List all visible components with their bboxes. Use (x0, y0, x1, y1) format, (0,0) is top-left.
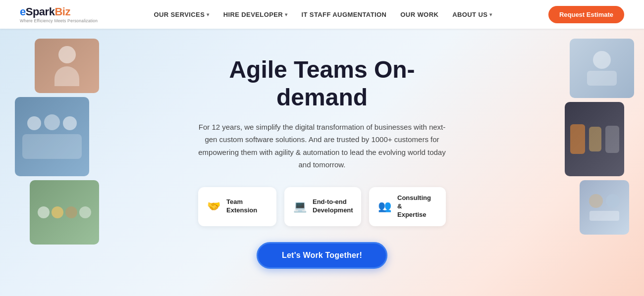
left-photo-collage (0, 29, 129, 296)
feature-card-team-extension[interactable]: 🤝 Team Extension (198, 187, 276, 226)
nav-item-work[interactable]: OUR WORK (400, 11, 438, 18)
nav-item-hire[interactable]: HIRE DEVELOPER ▾ (223, 11, 288, 18)
consulting-icon: 👥 (378, 200, 391, 213)
logo-brand: eSparkBiz (20, 5, 98, 18)
hero-content: Agile Teams On-demand For 12 years, we s… (188, 36, 456, 288)
navbar: eSparkBiz Where Efficiency Meets Persona… (0, 0, 644, 29)
feature-label-team: Team Extension (226, 198, 268, 215)
end-to-end-icon: 💻 (293, 200, 307, 213)
feature-label-consulting: Consulting &Expertise (397, 194, 437, 219)
team-extension-icon: 🤝 (207, 200, 220, 213)
nav-link-staffaug[interactable]: IT STAFF AUGMENTATION (302, 11, 387, 18)
feature-cards: 🤝 Team Extension 💻 End-to-endDevelopment… (198, 187, 446, 226)
nav-link-about[interactable]: ABOUT US ▾ (452, 11, 492, 18)
nav-link-hire[interactable]: HIRE DEVELOPER ▾ (223, 11, 288, 18)
chevron-down-icon: ▾ (285, 12, 287, 17)
collage-photo-2 (15, 97, 89, 176)
collage-photo-r1 (570, 39, 634, 98)
nav-link-services[interactable]: OUR SERVICES ▾ (154, 11, 209, 18)
chevron-down-icon: ▾ (207, 12, 209, 17)
logo[interactable]: eSparkBiz Where Efficiency Meets Persona… (20, 5, 98, 23)
collage-photo-r2 (565, 102, 624, 176)
feature-label-dev: End-to-endDevelopment (313, 198, 353, 215)
nav-link-work[interactable]: OUR WORK (400, 11, 438, 18)
nav-item-about[interactable]: ABOUT US ▾ (452, 11, 492, 18)
nav-links: OUR SERVICES ▾ HIRE DEVELOPER ▾ IT STAFF… (154, 11, 492, 18)
right-photo-collage (535, 29, 644, 296)
nav-item-staffaug[interactable]: IT STAFF AUGMENTATION (302, 11, 387, 18)
collage-photo-r3 (580, 180, 629, 235)
hero-title: Agile Teams On-demand (198, 56, 446, 110)
feature-card-consulting[interactable]: 👥 Consulting &Expertise (369, 187, 446, 226)
logo-tagline: Where Efficiency Meets Personalization (20, 18, 98, 23)
hero-description: For 12 years, we simplify the digital tr… (198, 121, 446, 171)
lets-work-together-button[interactable]: Let's Work Together! (257, 242, 387, 269)
chevron-down-icon: ▾ (489, 12, 492, 17)
collage-photo-1 (35, 39, 99, 93)
hero-section: Agile Teams On-demand For 12 years, we s… (0, 29, 644, 296)
nav-item-services[interactable]: OUR SERVICES ▾ (154, 11, 209, 18)
collage-photo-3 (30, 180, 99, 245)
request-estimate-button[interactable]: Request Estimate (548, 6, 624, 23)
feature-card-end-to-end[interactable]: 💻 End-to-endDevelopment (284, 187, 361, 226)
